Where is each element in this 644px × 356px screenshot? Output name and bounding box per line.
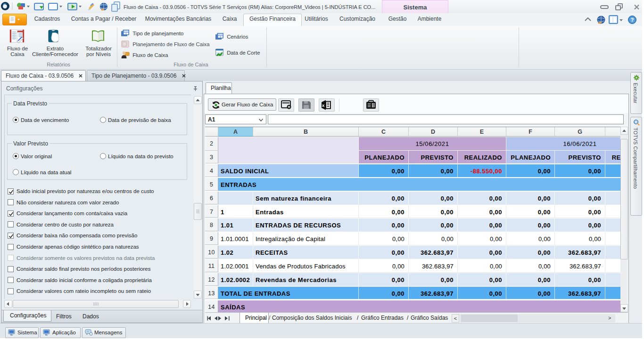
svg-text:?: ?: [631, 17, 634, 23]
svg-text:x: x: [322, 103, 325, 108]
